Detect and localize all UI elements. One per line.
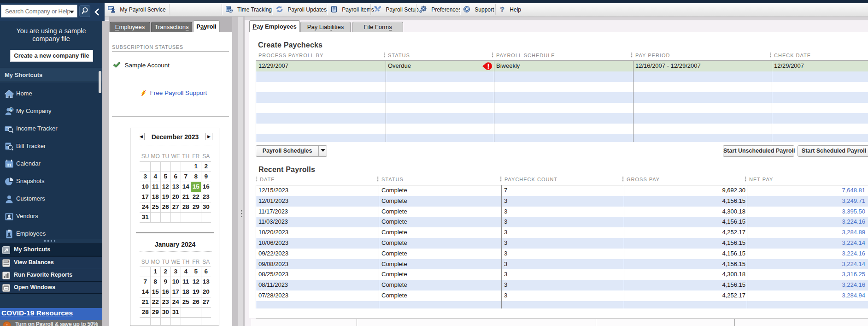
svg-text:?: ? — [500, 6, 504, 13]
svg-text:+: + — [8, 260, 10, 262]
svg-text:31: 31 — [7, 163, 12, 167]
svg-text:b: b — [10, 107, 12, 112]
